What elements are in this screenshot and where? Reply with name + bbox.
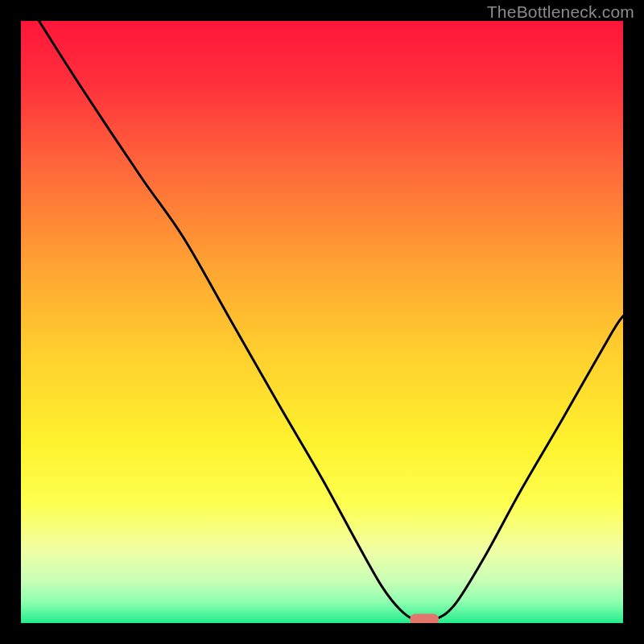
plot-area [21, 21, 623, 623]
chart-frame: TheBottleneck.com [0, 0, 644, 644]
svg-rect-1 [410, 614, 439, 623]
watermark-text: TheBottleneck.com [487, 2, 634, 22]
optimal-marker [21, 21, 623, 623]
